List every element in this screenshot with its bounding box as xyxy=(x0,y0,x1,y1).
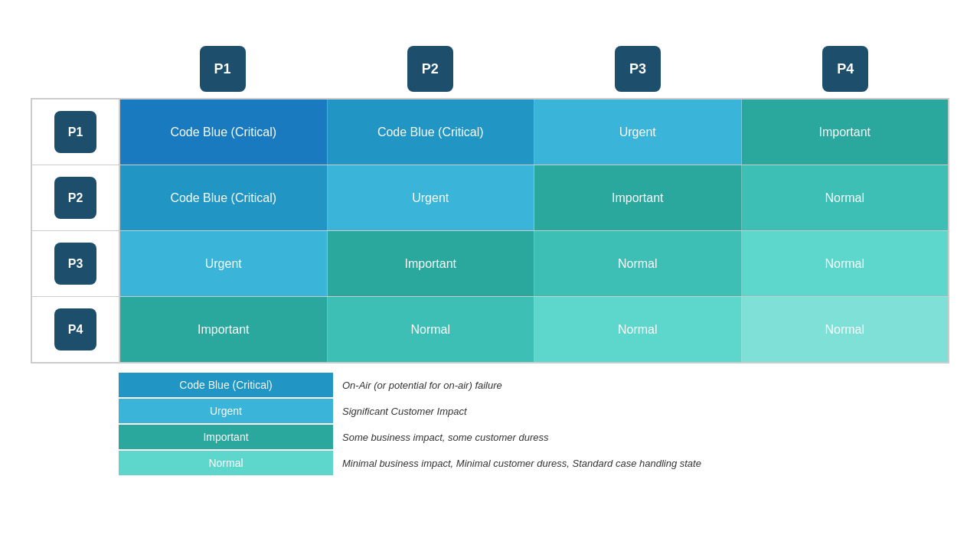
row-badge-p2: P2 xyxy=(54,177,96,219)
legend-desc-0: On-Air (or potential for on-air) failure xyxy=(342,380,502,391)
row-badge-p4: P4 xyxy=(54,308,96,350)
cell-r0-c2: Urgent xyxy=(534,99,742,165)
col-header-p4: P4 xyxy=(742,46,949,92)
cell-r1-c3: Normal xyxy=(742,165,949,230)
legend-desc-2: Some business impact, some customer dure… xyxy=(342,432,549,443)
matrix-container: P1P2P3P4 P1Code Blue (Critical)Code Blue… xyxy=(31,46,949,536)
row-label-p1: P1 xyxy=(32,99,120,165)
cell-r2-c3: Normal xyxy=(742,231,949,296)
cell-r2-c2: Normal xyxy=(534,231,742,296)
col-header-p1: P1 xyxy=(119,46,326,92)
page: P1P2P3P4 P1Code Blue (Critical)Code Blue… xyxy=(0,0,980,551)
grid-row-p3: P3UrgentImportantNormalNormal xyxy=(32,231,948,297)
legend: Code Blue (Critical)On-Air (or potential… xyxy=(119,373,949,475)
cell-r0-c0: Code Blue (Critical) xyxy=(120,99,328,165)
grid-row-p4: P4ImportantNormalNormalNormal xyxy=(32,297,948,362)
col-header-p3: P3 xyxy=(534,46,742,92)
legend-label-2: Important xyxy=(119,425,333,449)
cell-r2-c1: Important xyxy=(328,231,535,296)
legend-label-3: Normal xyxy=(119,451,333,475)
col-header-p2: P2 xyxy=(326,46,534,92)
matrix-grid: P1Code Blue (Critical)Code Blue (Critica… xyxy=(31,98,949,364)
row-badge-p1: P1 xyxy=(54,111,96,153)
cell-r2-c0: Urgent xyxy=(120,231,328,296)
column-header-row: P1P2P3P4 xyxy=(119,46,949,92)
legend-label-1: Urgent xyxy=(119,399,333,423)
legend-row-3: NormalMinimal business impact, Minimal c… xyxy=(119,451,949,475)
legend-label-0: Code Blue (Critical) xyxy=(119,373,333,397)
row-badge-p3: P3 xyxy=(54,243,96,285)
cell-r1-c2: Important xyxy=(534,165,742,230)
row-label-p2: P2 xyxy=(32,165,120,230)
col-badge-p2: P2 xyxy=(407,46,453,92)
cell-r3-c1: Normal xyxy=(328,297,535,362)
col-badge-p1: P1 xyxy=(200,46,246,92)
legend-desc-1: Significant Customer Impact xyxy=(342,406,467,417)
cell-r3-c3: Normal xyxy=(742,297,949,362)
legend-row-2: ImportantSome business impact, some cust… xyxy=(119,425,949,449)
cell-r1-c1: Urgent xyxy=(328,165,535,230)
legend-desc-3: Minimal business impact, Minimal custome… xyxy=(342,458,701,469)
grid-row-p2: P2Code Blue (Critical)UrgentImportantNor… xyxy=(32,165,948,231)
col-badge-p4: P4 xyxy=(822,46,868,92)
grid-row-p1: P1Code Blue (Critical)Code Blue (Critica… xyxy=(32,99,948,165)
row-label-p3: P3 xyxy=(32,231,120,296)
col-badge-p3: P3 xyxy=(615,46,661,92)
row-label-p4: P4 xyxy=(32,297,120,362)
legend-row-0: Code Blue (Critical)On-Air (or potential… xyxy=(119,373,949,397)
legend-row-1: UrgentSignificant Customer Impact xyxy=(119,399,949,423)
cell-r0-c1: Code Blue (Critical) xyxy=(328,99,535,165)
cell-r1-c0: Code Blue (Critical) xyxy=(120,165,328,230)
cell-r3-c0: Important xyxy=(120,297,328,362)
cell-r0-c3: Important xyxy=(742,99,949,165)
cell-r3-c2: Normal xyxy=(534,297,742,362)
